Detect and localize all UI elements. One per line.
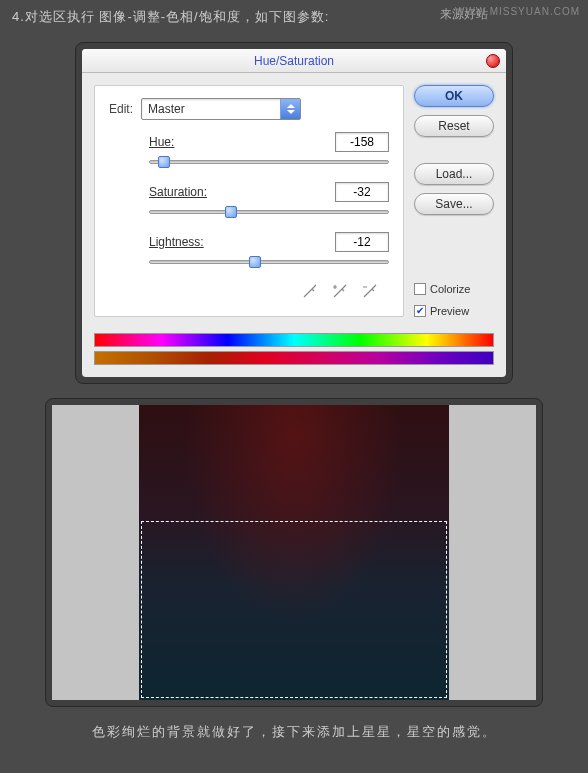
close-icon[interactable] xyxy=(486,54,500,68)
edit-label: Edit: xyxy=(109,102,133,116)
preview-canvas xyxy=(52,405,536,700)
hue-slider[interactable] xyxy=(149,160,389,164)
eyedropper-icon[interactable] xyxy=(301,282,319,300)
hue-spectrum-bar xyxy=(94,333,494,347)
dialog-frame: Hue/Saturation Edit: Master Hue: xyxy=(75,42,513,384)
watermark-url: WWW.MISSYUAN.COM xyxy=(455,6,580,17)
eyedropper-minus-icon[interactable] xyxy=(361,282,379,300)
save-button[interactable]: Save... xyxy=(414,193,494,215)
lightness-slider[interactable] xyxy=(149,260,389,264)
preview-label: Preview xyxy=(430,305,469,317)
gradient-bars xyxy=(82,333,506,377)
reset-button[interactable]: Reset xyxy=(414,115,494,137)
hue-label: Hue: xyxy=(149,135,335,149)
saturation-slider[interactable] xyxy=(149,210,389,214)
colorize-checkbox[interactable] xyxy=(414,283,426,295)
lightness-input[interactable] xyxy=(335,232,389,252)
edit-value: Master xyxy=(142,102,280,116)
hue-row: Hue: xyxy=(149,132,389,164)
eyedropper-plus-icon[interactable] xyxy=(331,282,349,300)
nebula-image xyxy=(139,405,449,700)
preview-frame xyxy=(45,398,543,707)
controls-panel: Edit: Master Hue: xyxy=(94,85,404,317)
slider-thumb-icon[interactable] xyxy=(249,256,261,268)
preview-checkbox[interactable] xyxy=(414,305,426,317)
hue-saturation-dialog: Hue/Saturation Edit: Master Hue: xyxy=(82,49,506,377)
edit-combo[interactable]: Master xyxy=(141,98,301,120)
saturation-row: Saturation: xyxy=(149,182,389,214)
selection-marquee xyxy=(141,521,447,698)
shifted-spectrum-bar xyxy=(94,351,494,365)
button-column: OK Reset Load... Save... Colorize Previe… xyxy=(414,85,494,317)
combo-arrows-icon[interactable] xyxy=(280,99,300,119)
load-button[interactable]: Load... xyxy=(414,163,494,185)
saturation-input[interactable] xyxy=(335,182,389,202)
lightness-row: Lightness: xyxy=(149,232,389,264)
titlebar: Hue/Saturation xyxy=(82,49,506,73)
ok-button[interactable]: OK xyxy=(414,85,494,107)
footer-text: 色彩绚烂的背景就做好了，接下来添加上星星，星空的感觉。 xyxy=(0,723,588,741)
saturation-label: Saturation: xyxy=(149,185,335,199)
hue-input[interactable] xyxy=(335,132,389,152)
slider-thumb-icon[interactable] xyxy=(158,156,170,168)
colorize-label: Colorize xyxy=(430,283,470,295)
lightness-label: Lightness: xyxy=(149,235,335,249)
slider-thumb-icon[interactable] xyxy=(225,206,237,218)
dialog-title: Hue/Saturation xyxy=(254,54,334,68)
